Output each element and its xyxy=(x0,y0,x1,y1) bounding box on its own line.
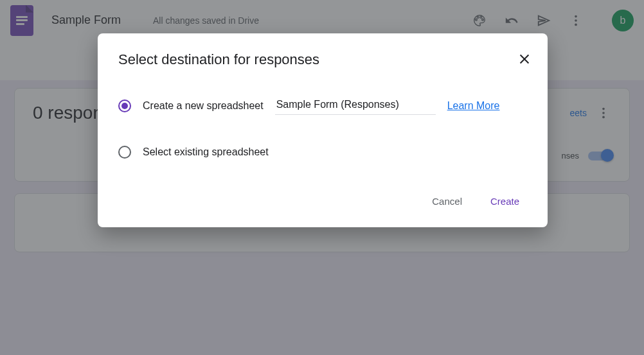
dialog-title: Select destination for responses xyxy=(118,51,527,68)
radio-select-existing[interactable] xyxy=(118,146,131,159)
close-icon[interactable] xyxy=(515,50,533,68)
learn-more-link[interactable]: Learn More xyxy=(447,100,500,112)
spreadsheet-name-input[interactable] xyxy=(275,96,436,115)
radio-select-existing-label: Select existing spreadsheet xyxy=(143,146,269,158)
destination-dialog: Select destination for responses Create … xyxy=(98,33,548,227)
radio-create-new[interactable] xyxy=(118,100,131,112)
radio-create-new-label: Create a new spreadsheet xyxy=(143,100,264,112)
create-button[interactable]: Create xyxy=(483,189,527,213)
cancel-button[interactable]: Cancel xyxy=(424,189,470,213)
